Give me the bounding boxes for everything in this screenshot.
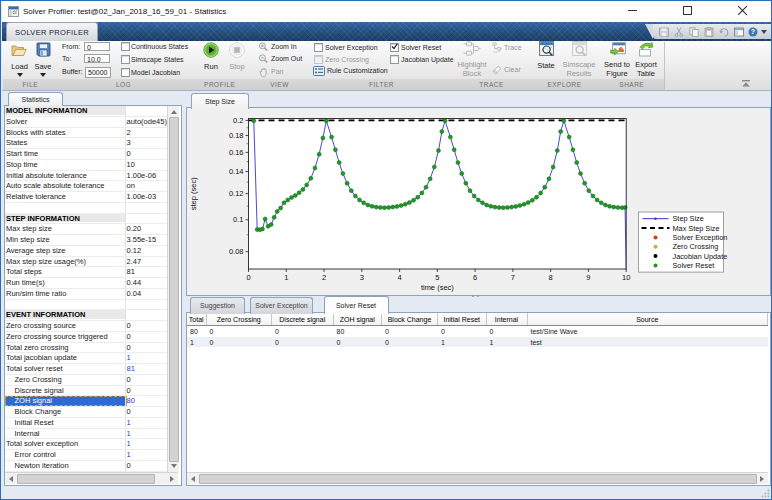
clear-button[interactable]: Clear bbox=[491, 64, 527, 75]
stats-row[interactable]: Initial absolute tolerance1.00e-06 bbox=[5, 171, 167, 182]
solver-exception-checkbox[interactable] bbox=[314, 43, 323, 52]
highlight-block-button[interactable]: Highlight Block bbox=[457, 41, 487, 78]
stats-row[interactable]: Zero crossing source0 bbox=[5, 321, 167, 332]
results-col-header[interactable]: Source bbox=[528, 313, 769, 325]
stats-row[interactable]: Total zero crossing0 bbox=[5, 343, 167, 354]
qat-dropdown-caret[interactable] bbox=[761, 30, 767, 34]
stats-row[interactable]: Total jacobian update1 bbox=[5, 353, 167, 364]
stats-row[interactable]: Newton iteration0 bbox=[5, 461, 167, 472]
zoom-out-button[interactable]: Zoom Out bbox=[257, 53, 307, 64]
scroll-down-arrow[interactable] bbox=[171, 464, 177, 468]
trace-button[interactable]: Trace bbox=[491, 42, 527, 53]
stats-row[interactable]: States3 bbox=[5, 138, 167, 149]
scroll-left-arrow[interactable] bbox=[9, 476, 13, 482]
zoom-in-button[interactable]: Zoom In bbox=[257, 41, 307, 52]
qat-cut-icon[interactable] bbox=[674, 27, 684, 37]
stats-row[interactable]: Total solver reset81 bbox=[5, 364, 167, 375]
buffer-input[interactable]: 50000 bbox=[85, 67, 111, 78]
pan-button[interactable]: Pan bbox=[257, 66, 307, 78]
maximize-button[interactable] bbox=[670, 1, 704, 22]
tab-solver-profiler[interactable]: SOLVER PROFILER bbox=[6, 22, 98, 41]
stat-value[interactable]: 1 bbox=[125, 418, 131, 428]
stats-row[interactable]: Max step size usage(%)2.47 bbox=[5, 257, 167, 268]
rule-customization-button[interactable]: Rule Customization bbox=[312, 65, 408, 77]
tab-solver-reset[interactable]: Solver Reset bbox=[324, 296, 389, 314]
stats-row[interactable]: Discrete signal0 bbox=[5, 386, 167, 397]
stat-value[interactable]: 80 bbox=[125, 396, 135, 406]
stats-row[interactable]: Zero crossing source triggered0 bbox=[5, 332, 167, 343]
solver-reset-checkbox[interactable] bbox=[390, 43, 399, 52]
stats-row[interactable]: Max step size0.20 bbox=[5, 224, 167, 235]
stats-row[interactable]: Total solver exception1 bbox=[5, 439, 167, 450]
tab-solver-exception[interactable]: Solver Exception bbox=[250, 297, 313, 314]
qat-paste-icon[interactable] bbox=[704, 27, 714, 37]
stats-row[interactable]: Average step size0.12 bbox=[5, 246, 167, 257]
statistics-vscrollbar[interactable] bbox=[167, 106, 179, 472]
stat-value[interactable]: 1 bbox=[125, 353, 131, 363]
export-table-button[interactable]: Export Table bbox=[632, 41, 660, 78]
stats-row[interactable]: Min step size3.55e-15 bbox=[5, 235, 167, 246]
minimize-button[interactable] bbox=[615, 1, 649, 22]
scroll-left-arrow[interactable] bbox=[191, 476, 195, 482]
stats-row[interactable]: Run time(s)0.44 bbox=[5, 278, 167, 289]
resize-grip[interactable] bbox=[761, 489, 770, 498]
tab-step-size[interactable]: Step Size bbox=[191, 93, 249, 109]
qat-layout-icon[interactable] bbox=[734, 27, 744, 37]
results-row[interactable]: 800080000test/Sine Wave bbox=[187, 326, 768, 337]
continuous-states-checkbox[interactable] bbox=[121, 42, 130, 51]
results-col-header[interactable]: Initial Reset bbox=[438, 313, 487, 325]
simscape-results-button[interactable]: Simscape Results bbox=[562, 41, 596, 78]
stats-row[interactable]: Start time0 bbox=[5, 149, 167, 160]
stat-value[interactable]: 1 bbox=[125, 429, 131, 439]
stat-value[interactable]: 1 bbox=[125, 450, 131, 460]
collapse-ribbon-button[interactable] bbox=[739, 79, 753, 89]
results-col-header[interactable]: Block Change bbox=[382, 313, 438, 325]
state-button[interactable]: State bbox=[533, 41, 559, 78]
from-input[interactable]: 0 bbox=[84, 42, 110, 51]
stats-row[interactable]: Relative tolerance1.00e-03 bbox=[5, 192, 167, 203]
results-row[interactable]: 1000011test bbox=[187, 337, 768, 348]
qat-copy-icon[interactable] bbox=[689, 27, 699, 37]
qat-undo-icon[interactable] bbox=[719, 27, 729, 37]
close-button[interactable] bbox=[725, 1, 759, 22]
scroll-right-arrow[interactable] bbox=[170, 476, 174, 482]
results-col-header[interactable]: Zero Crossing bbox=[207, 313, 273, 325]
results-hscrollbar[interactable] bbox=[187, 472, 768, 484]
stats-row[interactable]: Zero Crossing0 bbox=[5, 375, 167, 386]
tab-statistics[interactable]: Statistics bbox=[8, 92, 63, 106]
tab-suggestion[interactable]: Suggestion bbox=[190, 297, 245, 314]
results-col-header[interactable]: Internal bbox=[487, 313, 528, 325]
stats-row[interactable]: Solverauto(ode45) bbox=[5, 117, 167, 128]
stats-row[interactable]: Error control1 bbox=[5, 450, 167, 461]
stats-row[interactable]: Initial Reset1 bbox=[5, 418, 167, 429]
run-button[interactable]: Run bbox=[198, 42, 224, 74]
qat-help-icon[interactable]: ? bbox=[748, 27, 758, 37]
stats-row[interactable]: ZOH signal80 bbox=[5, 396, 167, 407]
to-input[interactable]: 10.0 bbox=[84, 54, 110, 63]
zero-crossing-checkbox[interactable] bbox=[314, 55, 323, 64]
stats-row[interactable]: Block Change0 bbox=[5, 407, 167, 418]
stats-row[interactable]: Total steps81 bbox=[5, 267, 167, 278]
load-button[interactable]: Load bbox=[8, 42, 31, 79]
stats-row[interactable]: Internal1 bbox=[5, 429, 167, 440]
stat-value[interactable]: 81 bbox=[125, 364, 135, 374]
statistics-hscrollbar[interactable] bbox=[5, 472, 178, 484]
model-jacobian-checkbox[interactable] bbox=[121, 68, 130, 77]
qat-save-icon[interactable] bbox=[659, 27, 669, 37]
stats-row[interactable]: Run/sim time ratio0.04 bbox=[5, 289, 167, 300]
stop-button[interactable]: Stop bbox=[224, 42, 250, 74]
hscroll-thumb[interactable] bbox=[199, 474, 757, 484]
stat-value[interactable]: 1 bbox=[125, 439, 131, 449]
jacobian-update-checkbox[interactable] bbox=[390, 55, 399, 64]
stats-row[interactable]: Stop time10 bbox=[5, 160, 167, 171]
stats-row[interactable]: Blocks with states2 bbox=[5, 128, 167, 139]
hscroll-thumb[interactable] bbox=[17, 474, 155, 484]
results-col-header[interactable]: Total bbox=[187, 313, 207, 325]
save-button[interactable]: Save bbox=[32, 42, 54, 79]
scroll-up-arrow[interactable] bbox=[171, 110, 177, 114]
results-col-header[interactable]: ZOH signal bbox=[334, 313, 383, 325]
stats-row[interactable]: Auto scale absolute toleranceon bbox=[5, 181, 167, 192]
vscroll-thumb[interactable] bbox=[169, 117, 179, 462]
send-to-figure-button[interactable]: Send to Figure bbox=[602, 41, 632, 78]
scroll-right-arrow[interactable] bbox=[760, 476, 764, 482]
